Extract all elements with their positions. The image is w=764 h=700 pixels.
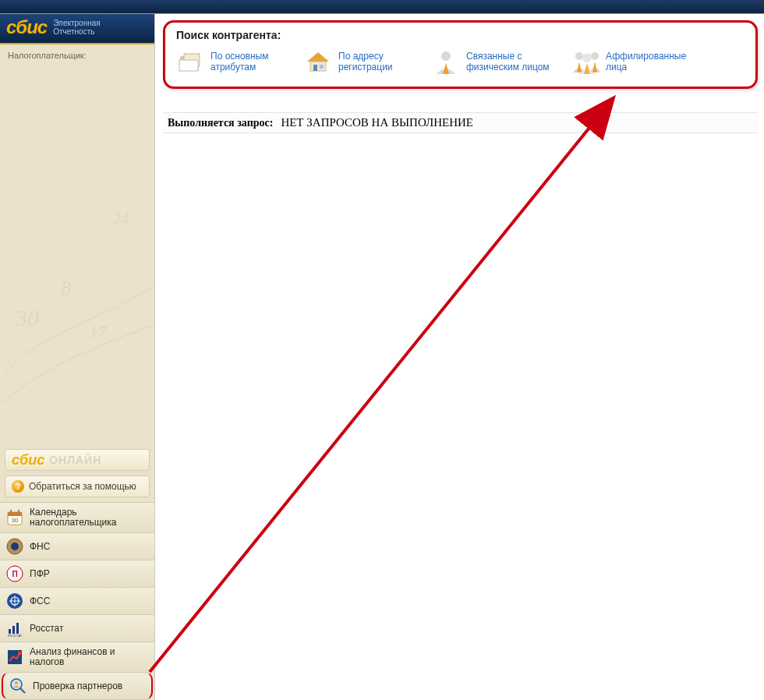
sidebar-bottom-block: сбис ОНЛАЙН ? Обратиться за помощью: [0, 444, 154, 502]
people-group-icon: [571, 48, 600, 76]
brand-header: сбис Электронная Отчетность: [0, 14, 154, 44]
search-options-row: По основным атрибутам По адресу регистра…: [176, 48, 745, 76]
svg-text:17: 17: [90, 322, 108, 341]
status-label: Выполняется запрос:: [168, 117, 273, 129]
svg-point-10: [11, 543, 19, 550]
svg-text:24: 24: [113, 210, 129, 228]
help-button-label: Обратиться за помощью: [29, 481, 136, 492]
brand-subtitle-line2: Отчетность: [53, 27, 94, 36]
main-content: Поиск контрагента: По основным атрибутам…: [154, 14, 764, 700]
svg-point-32: [441, 51, 451, 61]
pfr-emblem-icon: П: [6, 565, 23, 582]
sidebar-item-label: Росстат: [30, 624, 63, 634]
watermark-numbers-icon: 24 8 30 17: [0, 66, 154, 444]
sbis-online-logo: сбис: [12, 452, 44, 468]
house-address-icon: [304, 48, 332, 76]
sidebar-item-rosstat[interactable]: РОССТАТ Росстат: [0, 614, 154, 642]
sidebar-item-label: ФНС: [30, 542, 50, 552]
fss-emblem-icon: [6, 592, 23, 610]
top-bar: [0, 0, 764, 14]
svg-marker-28: [307, 52, 329, 62]
help-button[interactable]: ? Обратиться за помощью: [5, 476, 150, 497]
fns-emblem-icon: [6, 538, 23, 555]
svg-rect-8: [18, 510, 19, 514]
sidebar-item-label: Анализ финансов и налогов: [30, 647, 148, 667]
sidebar-item-label: ФСС: [30, 596, 50, 606]
sidebar: сбис Электронная Отчетность Налогоплател…: [0, 14, 154, 700]
svg-text:30: 30: [12, 517, 19, 524]
svg-text:РОССТАТ: РОССТАТ: [8, 634, 23, 637]
search-option-label: Связанные с физическим лицом: [466, 51, 564, 72]
svg-point-24: [15, 681, 18, 684]
brand-logo: сбис: [6, 16, 47, 38]
search-option-person[interactable]: Связанные с физическим лицом: [432, 48, 564, 76]
person-icon: [432, 48, 460, 76]
search-title: Поиск контрагента:: [176, 29, 745, 41]
svg-point-34: [575, 52, 583, 60]
status-value: НЕТ ЗАПРОСОВ НА ВЫПОЛНЕНИЕ: [281, 116, 473, 129]
rosstat-chart-icon: РОССТАТ: [6, 620, 23, 637]
svg-text:П: П: [12, 570, 17, 578]
brand-subtitle-line1: Электронная: [53, 19, 100, 27]
search-option-label: По адресу регистрации: [338, 51, 424, 72]
search-option-label: Аффилированные лица: [606, 51, 695, 72]
folder-attributes-icon: [176, 48, 204, 76]
sidebar-item-analysis[interactable]: Анализ финансов и налогов: [0, 642, 154, 672]
svg-rect-18: [12, 626, 15, 634]
svg-rect-5: [8, 512, 22, 516]
svg-rect-19: [16, 623, 19, 634]
sidebar-item-fns[interactable]: ФНС: [0, 532, 154, 560]
search-option-affiliated[interactable]: Аффилированные лица: [571, 48, 695, 76]
sidebar-item-label: ПФР: [30, 569, 50, 579]
search-option-attributes[interactable]: По основным атрибутам: [176, 48, 296, 76]
sbis-online-banner[interactable]: сбис ОНЛАЙН: [5, 449, 150, 471]
sidebar-item-pfr[interactable]: П ПФР: [0, 560, 154, 587]
svg-point-36: [591, 52, 599, 60]
svg-rect-7: [10, 510, 12, 514]
sidebar-item-partner-check[interactable]: Проверка партнеров: [2, 672, 153, 700]
svg-point-38: [582, 53, 592, 62]
svg-rect-31: [320, 65, 324, 69]
request-status-row: Выполняется запрос: НЕТ ЗАПРОСОВ НА ВЫПО…: [163, 112, 758, 133]
svg-rect-27: [179, 60, 198, 71]
sidebar-item-calendar[interactable]: 30 Календарь налогоплательщика: [0, 502, 154, 532]
search-option-label: По основным атрибутам: [210, 51, 296, 72]
help-icon: ?: [12, 480, 24, 493]
brand-subtitle: Электронная Отчетность: [53, 19, 100, 36]
sidebar-item-label: Проверка партнеров: [33, 681, 122, 691]
svg-text:8: 8: [61, 277, 71, 299]
sidebar-item-label: Календарь налогоплательщика: [30, 507, 148, 528]
analysis-chart-icon: [6, 649, 23, 666]
sbis-online-text: ОНЛАЙН: [49, 454, 101, 466]
svg-text:30: 30: [15, 305, 39, 331]
sidebar-spacer: 24 8 30 17: [0, 66, 154, 444]
calendar-icon: 30: [6, 509, 23, 526]
contractor-search-panel: Поиск контрагента: По основным атрибутам…: [163, 20, 758, 89]
svg-line-23: [20, 688, 25, 693]
magnifier-user-icon: [9, 677, 27, 695]
svg-marker-39: [584, 63, 590, 74]
svg-marker-37: [592, 62, 597, 72]
sidebar-nav: 30 Календарь налогоплательщика ФНС П ПФР: [0, 502, 154, 700]
svg-marker-33: [443, 63, 449, 74]
sidebar-item-fss[interactable]: ФСС: [0, 587, 154, 614]
search-option-address[interactable]: По адресу регистрации: [304, 48, 424, 76]
svg-rect-30: [313, 65, 317, 71]
svg-marker-35: [577, 62, 582, 72]
taxpayer-label: Налогоплательщик:: [0, 44, 154, 66]
